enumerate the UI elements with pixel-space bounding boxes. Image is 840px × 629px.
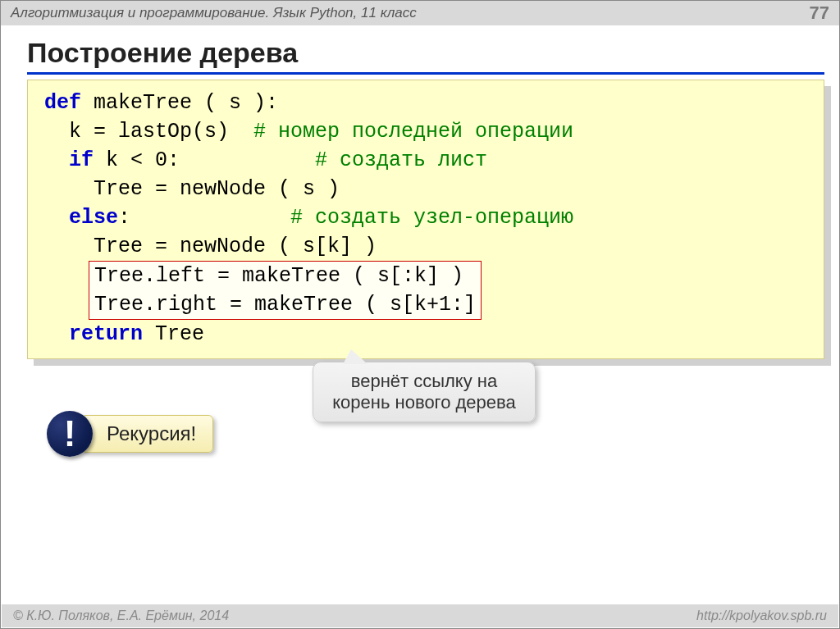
code-l5c: : — [118, 206, 290, 230]
recursion-highlight: Tree.left = makeTree ( s[:k] ) Tree.righ… — [89, 261, 482, 320]
code-l6: Tree = newNode ( s[k] ) — [44, 235, 377, 258]
code-box2: Tree.right = makeTree ( s[k+1:] — [94, 293, 476, 317]
code-box1: Tree.left = makeTree ( s[:k] ) — [94, 264, 463, 288]
badge-label: Рекурсия! — [81, 415, 213, 453]
title-underline — [27, 72, 824, 75]
page-number: 77 — [810, 2, 829, 24]
header-bar: Алгоритмизация и программирование. Язык … — [1, 1, 839, 25]
comment-3: # создать узел-операцию — [290, 206, 573, 230]
slide: Алгоритмизация и программирование. Язык … — [0, 0, 840, 629]
code-block: def makeTree ( s ): k = lastOp(s) # номе… — [27, 80, 824, 359]
comment-2: # создать лист — [315, 148, 487, 172]
code-l9: Tree — [143, 322, 204, 346]
code-l4: Tree = newNode ( s ) — [44, 177, 340, 201]
kw-if: if — [44, 148, 94, 172]
kw-def: def — [44, 91, 81, 115]
footer-bar: © К.Ю. Поляков, Е.А. Ерёмин, 2014 http:/… — [2, 604, 838, 627]
slide-title: Построение дерева — [27, 37, 839, 69]
kw-else: else — [44, 206, 118, 230]
header-subject: Алгоритмизация и программирование. Язык … — [11, 5, 417, 21]
code-l2a: k = lastOp(s) — [44, 120, 253, 144]
footer-copyright: © К.Ю. Поляков, Е.А. Ерёмин, 2014 — [13, 608, 229, 623]
comment-1: # номер последней операции — [253, 120, 573, 144]
callout-bubble: вернёт ссылку на корень нового дерева — [313, 362, 536, 422]
code-l1: makeTree ( s ): — [81, 91, 278, 115]
callout-tail — [343, 349, 368, 364]
code-block-wrap: def makeTree ( s ): k = lastOp(s) # номе… — [27, 80, 824, 359]
exclamation-icon: ! — [47, 411, 93, 457]
callout-text: вернёт ссылку на корень нового дерева — [332, 371, 515, 412]
recursion-badge: ! Рекурсия! — [47, 411, 213, 457]
footer-url: http://kpolyakov.spb.ru — [696, 608, 827, 623]
code-l3: k < 0: — [94, 148, 315, 172]
kw-return: return — [44, 322, 143, 346]
